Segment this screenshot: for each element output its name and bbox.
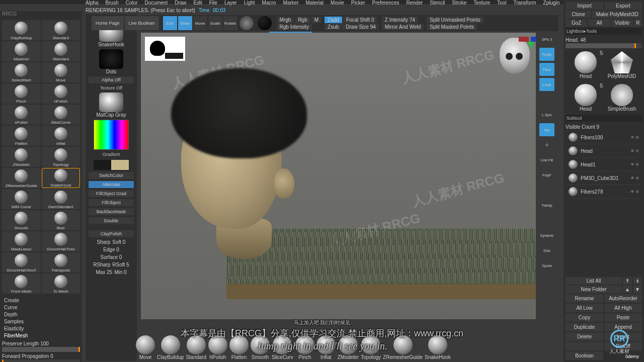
reference-thumbnail[interactable] bbox=[145, 37, 185, 61]
menu-edit[interactable]: Edit bbox=[194, 0, 202, 4]
mirror-weld-button[interactable]: Mirror And Weld bbox=[382, 24, 424, 30]
head-slider[interactable]: Head. 48 bbox=[566, 37, 642, 48]
quick-brush-topology[interactable]: Topology bbox=[361, 335, 381, 360]
gyro-icon[interactable] bbox=[239, 16, 254, 30]
menu-macro[interactable]: Macro bbox=[262, 0, 276, 4]
subtool-head[interactable]: Head👁 ⚙ bbox=[566, 144, 642, 158]
tool-head[interactable]: 5Head bbox=[569, 51, 603, 79]
m-button[interactable]: M bbox=[311, 17, 321, 23]
menu-movie[interactable]: Movie bbox=[331, 0, 344, 4]
quick-brush-inflat[interactable]: Inflat bbox=[316, 335, 336, 360]
color-swatches[interactable] bbox=[94, 160, 129, 170]
op-boolean[interactable]: Boolean bbox=[566, 351, 603, 360]
vtool-11[interactable]: Transp bbox=[539, 199, 554, 212]
goz-visible-button[interactable]: Visible bbox=[611, 19, 633, 27]
subtool-head1[interactable]: Head1👁 ⚙ bbox=[566, 158, 642, 171]
zsub-button[interactable]: Zsub bbox=[325, 24, 342, 30]
menu-light[interactable]: Light bbox=[244, 0, 255, 4]
brush-from mesh[interactable]: From Mesh bbox=[2, 274, 41, 294]
op-all high[interactable]: All High bbox=[604, 304, 642, 312]
zadd-button[interactable]: Zadd bbox=[325, 17, 342, 23]
switchcolor-button[interactable]: SwitchColor bbox=[89, 172, 134, 179]
menu-picker[interactable]: Picker bbox=[351, 0, 365, 4]
vtool-5[interactable]: L.Sym bbox=[539, 108, 554, 121]
brush-hpolish[interactable]: hPolish bbox=[42, 83, 80, 104]
material-preview[interactable]: MatCap Gray bbox=[94, 93, 129, 118]
category-fibermesh[interactable]: FiberMesh bbox=[4, 333, 78, 338]
brush-blob[interactable]: Blob bbox=[42, 210, 80, 230]
live-boolean-button[interactable]: Live Boolean bbox=[125, 16, 159, 30]
brush-imm curve[interactable]: IMM Curve bbox=[2, 189, 41, 209]
brush-standard[interactable]: Standard bbox=[42, 20, 80, 40]
menu-color[interactable]: Color bbox=[126, 0, 138, 4]
tool-simplebrush[interactable]: SimpleBrush bbox=[605, 84, 639, 112]
quick-brush-claybuildup[interactable]: ClayBuildup bbox=[157, 335, 184, 360]
quick-brush-hpolish[interactable]: hPolish bbox=[208, 335, 227, 360]
vtool-12[interactable] bbox=[539, 214, 554, 227]
scale-mode-button[interactable]: Scale bbox=[208, 16, 222, 30]
op-duplicate[interactable]: Duplicate bbox=[566, 323, 603, 331]
export-button[interactable]: Export bbox=[604, 2, 642, 10]
op-rename[interactable]: Rename bbox=[566, 294, 603, 303]
brush-inflat[interactable]: Inflat bbox=[42, 126, 80, 146]
category-samples[interactable]: Samples bbox=[4, 319, 78, 324]
vtool-0[interactable]: SPix 3 bbox=[539, 33, 554, 46]
tool-polymesh3d[interactable]: PolyMesh3D bbox=[605, 51, 639, 79]
stroke-dots[interactable]: Dots bbox=[94, 49, 129, 74]
alpha-off-button[interactable]: Alpha Off bbox=[89, 76, 134, 83]
arrow-up-icon[interactable]: ↟ bbox=[623, 277, 632, 285]
alternate-button[interactable]: Alternate bbox=[89, 181, 134, 188]
quick-brush-flatten[interactable]: Flatten bbox=[229, 335, 249, 360]
fillobject-button[interactable]: FillObject bbox=[89, 199, 134, 206]
brush-to mesh[interactable]: To Mesh bbox=[42, 274, 80, 294]
menu-marker[interactable]: Marker bbox=[283, 0, 298, 4]
category-depth[interactable]: Depth bbox=[4, 312, 78, 317]
vtool-2[interactable]: Floor bbox=[539, 63, 554, 76]
op-autoreorder[interactable]: AutoReorder bbox=[604, 294, 642, 303]
brush-damstandard[interactable]: DamStandard bbox=[42, 189, 80, 209]
subtool-header[interactable]: Subtool bbox=[566, 115, 642, 122]
edge-slider[interactable]: Edge 0 bbox=[103, 247, 119, 252]
menu-zplugin[interactable]: Zplugin bbox=[543, 0, 560, 4]
vtool-3[interactable]: Local bbox=[539, 78, 554, 91]
goz-r-button[interactable]: R bbox=[634, 19, 642, 27]
vtool-14[interactable]: Solo bbox=[539, 244, 554, 257]
draw-mode-button[interactable]: Draw bbox=[178, 16, 192, 30]
menu-stencil[interactable]: Stencil bbox=[430, 0, 445, 4]
brush-spolish[interactable]: sPolish bbox=[2, 105, 41, 125]
canvas-viewport[interactable]: 人人素材 RRCG 人人素材 RRCG 人人素材 RRCG 人人素材 RRCG bbox=[141, 33, 536, 319]
subtool-fibers278[interactable]: Fibers278👁 ⚙ bbox=[566, 185, 642, 199]
vtool-15[interactable]: Xpose bbox=[539, 259, 554, 272]
vtool-9[interactable]: PolyF bbox=[539, 168, 554, 182]
category-create[interactable]: Create bbox=[4, 298, 78, 303]
axis-gizmo[interactable] bbox=[518, 37, 536, 51]
menu-tool[interactable]: Tool bbox=[497, 0, 506, 4]
menu-alpha[interactable]: Alpha bbox=[86, 0, 99, 4]
brush-masklasso[interactable]: MaskLasso bbox=[2, 231, 41, 251]
move-mode-button[interactable]: Move bbox=[193, 16, 207, 30]
focal-shift-slider[interactable]: Focal Shift 0 bbox=[343, 17, 377, 23]
slider-row[interactable]: Forward Propagation 0 bbox=[2, 353, 80, 362]
brush-smooth[interactable]: Smooth bbox=[2, 210, 41, 230]
menu-transform[interactable]: Transform bbox=[513, 0, 536, 4]
subtool-fibers100[interactable]: Fibers100👁 ⚙ bbox=[566, 131, 642, 144]
rgb-button[interactable]: Rgb bbox=[295, 17, 310, 23]
brush-maskren[interactable]: Maskren bbox=[2, 41, 41, 61]
listall-button[interactable]: List All bbox=[566, 277, 622, 285]
vtool-13[interactable]: Dynamic bbox=[539, 229, 554, 242]
make-polymesh-button[interactable]: Make PolyMesh3D bbox=[592, 11, 642, 18]
brush-standard[interactable]: Standard bbox=[42, 41, 80, 61]
menu-document[interactable]: Document bbox=[145, 0, 168, 4]
vtool-7[interactable]: ◎ bbox=[539, 138, 554, 151]
op-paste[interactable]: Paste bbox=[604, 313, 642, 322]
goz-button[interactable]: GoZ bbox=[566, 19, 587, 27]
brush-claybuildup[interactable]: ClayBuildup bbox=[2, 20, 41, 40]
quick-brush-pinch[interactable]: Pinch bbox=[295, 335, 314, 360]
goz-all-button[interactable]: All bbox=[588, 19, 610, 27]
brush-move[interactable]: Move bbox=[42, 62, 80, 82]
menu-file[interactable]: File bbox=[209, 0, 217, 4]
quick-brush-slicecurv[interactable]: SliceCurv bbox=[272, 335, 293, 360]
menu-draw[interactable]: Draw bbox=[175, 0, 186, 4]
surface-slider[interactable]: Surface 0 bbox=[101, 254, 122, 260]
edit-mode-button[interactable]: Edit bbox=[163, 16, 177, 30]
